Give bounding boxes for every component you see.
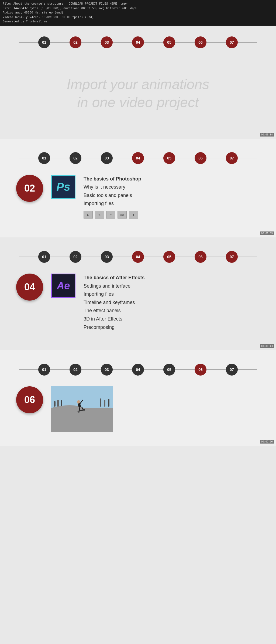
connector [50, 42, 70, 43]
connector [113, 369, 132, 370]
s2-step-2-dot[interactable]: 02 [70, 152, 81, 164]
connector [113, 42, 132, 43]
tool-icons-row: ▶ ✎ ✏ ⌨ ⬇ [84, 211, 260, 219]
step-1-dot[interactable]: 01 [38, 36, 50, 48]
s4-step-5-dot[interactable]: 05 [163, 364, 175, 376]
s2-step-6-dot[interactable]: 06 [195, 152, 206, 164]
s4-step-2-dot[interactable]: 02 [70, 364, 81, 376]
s3-step-2-dot[interactable]: 02 [70, 251, 81, 263]
s4-step-4-dot[interactable]: 04 [132, 364, 144, 376]
svg-rect-3 [57, 400, 59, 407]
step-7-dot[interactable]: 07 [226, 36, 238, 48]
tool-icon-5[interactable]: ⬇ [129, 211, 138, 219]
section-3-circle: 04 [16, 274, 43, 301]
section-3-point-6: Precomposing [84, 323, 260, 332]
connector [206, 257, 226, 257]
skateboarder-image [51, 386, 113, 432]
s2-step-5-dot[interactable]: 05 [163, 152, 175, 164]
section-3-point-4: The effect panels [84, 306, 260, 315]
s4-step-3-dot[interactable]: 03 [101, 364, 113, 376]
connector [206, 369, 226, 370]
svg-rect-6 [104, 400, 105, 407]
section-2-title: The basics of Photoshop [84, 175, 260, 183]
connector [175, 42, 195, 43]
tool-icon-4[interactable]: ⌨ [118, 211, 127, 219]
timeline-2: 01 02 03 04 05 06 07 [16, 152, 260, 164]
timestamp-3: 00:01:43 [260, 344, 274, 348]
connector [113, 158, 132, 158]
section-2-text: The basics of Photoshop Why is it necess… [84, 175, 260, 219]
section-3-title: The basics of After Effects [84, 274, 260, 282]
connector [175, 369, 195, 370]
connector [238, 369, 257, 370]
s3-step-4-dot[interactable]: 04 [132, 251, 144, 263]
photoshop-icon: Ps [51, 175, 75, 199]
tool-icon-2[interactable]: ✎ [95, 211, 104, 219]
connector [144, 158, 163, 158]
connector [238, 42, 257, 43]
connector [19, 257, 38, 257]
s3-step-1-dot[interactable]: 01 [38, 251, 50, 263]
tool-icon-3[interactable]: ✏ [106, 211, 115, 219]
timeline-1: 01 02 03 04 05 06 07 [16, 36, 260, 48]
connector [175, 158, 195, 158]
section-2-point-3: Importing files [84, 199, 260, 208]
timeline-3: 01 02 03 04 05 06 07 [16, 251, 260, 263]
s3-step-7-dot[interactable]: 07 [226, 251, 238, 263]
after-effects-icon: Ae [51, 274, 75, 298]
step-2-dot[interactable]: 02 [70, 36, 81, 48]
connector [144, 257, 163, 257]
tool-icon-1[interactable]: ▶ [84, 211, 93, 219]
s2-step-7-dot[interactable]: 07 [226, 152, 238, 164]
section-2-circle: 02 [16, 175, 43, 202]
connector [144, 42, 163, 43]
section-4: 01 02 03 04 05 06 07 06 [0, 350, 276, 446]
section-3: 01 02 03 04 05 06 07 04 Ae The basics of… [0, 237, 276, 350]
section-2: 01 02 03 04 05 06 07 02 Ps The basics of… [0, 139, 276, 237]
connector [175, 257, 195, 257]
info-line-5: Generated by Thumbnail me [3, 19, 273, 24]
heading-text: Import your animations in one video proj… [27, 75, 249, 112]
s3-step-5-dot[interactable]: 05 [163, 251, 175, 263]
connector [19, 42, 38, 43]
section-4-content: 06 [16, 386, 260, 432]
s2-step-3-dot[interactable]: 03 [101, 152, 113, 164]
svg-rect-7 [108, 399, 109, 407]
connector [206, 42, 226, 43]
s3-step-3-dot[interactable]: 03 [101, 251, 113, 263]
section-3-point-2: Importing files [84, 290, 260, 298]
section-1-heading: Import your animations in one video proj… [16, 59, 260, 122]
step-4-dot[interactable]: 04 [132, 36, 144, 48]
s4-step-6-dot[interactable]: 06 [195, 364, 206, 376]
section-3-text: The basics of After Effects Settings and… [84, 274, 260, 331]
section-2-point-2: Basic tools and panels [84, 191, 260, 200]
section-1: 01 02 03 04 05 06 07 Import your animati… [0, 26, 276, 139]
skate-svg [51, 386, 113, 432]
step-3-dot[interactable]: 03 [101, 36, 113, 48]
connector [19, 158, 38, 158]
step-6-dot[interactable]: 06 [195, 36, 206, 48]
s4-step-7-dot[interactable]: 07 [226, 364, 238, 376]
connector [238, 158, 257, 158]
connector [206, 158, 226, 158]
step-5-dot[interactable]: 05 [163, 36, 175, 48]
info-line-4: Video: h264, yuv420p, 1920x1080, 30.00 f… [3, 15, 273, 20]
info-bar: File: About the course's structure - DOW… [0, 0, 276, 26]
section-2-point-1: Why is it necessary [84, 183, 260, 191]
section-3-point-1: Settings and interface [84, 282, 260, 290]
timestamp-4: 00:02:16 [260, 440, 274, 444]
ps-logo-text: Ps [56, 180, 70, 193]
connector [81, 257, 101, 257]
s2-step-1-dot[interactable]: 01 [38, 152, 50, 164]
connector [144, 369, 163, 370]
s4-step-1-dot[interactable]: 01 [38, 364, 50, 376]
connector [50, 369, 70, 370]
s3-step-6-dot[interactable]: 06 [195, 251, 206, 263]
connector [113, 257, 132, 257]
s2-step-4-dot[interactable]: 04 [132, 152, 144, 164]
connector [238, 257, 257, 257]
svg-rect-2 [54, 401, 56, 407]
connector [50, 257, 70, 257]
svg-rect-4 [61, 400, 62, 406]
timestamp-1: 00:00:34 [260, 133, 274, 137]
